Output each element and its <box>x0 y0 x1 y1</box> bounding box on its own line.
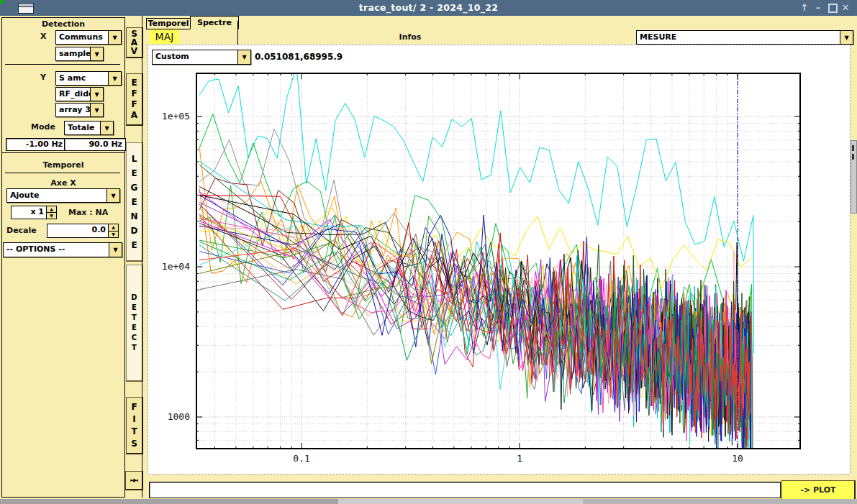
x-label: X <box>40 32 46 41</box>
spin-down-icon[interactable]: ▼ <box>47 213 56 219</box>
dropdown-arrow-icon[interactable]: ▼ <box>90 88 103 101</box>
dropdown-arrow-icon[interactable]: ▼ <box>106 189 119 202</box>
window-minimize-button[interactable]: – <box>812 0 825 16</box>
y-tick-label: 1e+05 <box>148 111 190 122</box>
window-body: Detection X Communs ▼ sample ▼ Y S amc ▼… <box>0 16 857 499</box>
pane-divider <box>142 16 142 498</box>
maximize-icon <box>828 4 838 13</box>
vtab-detect[interactable]: DETECT <box>126 265 143 382</box>
plot-canvas[interactable] <box>196 73 801 449</box>
tab-temporel[interactable]: Temporel <box>146 18 191 29</box>
y-array-select-value: array 3 <box>56 104 90 116</box>
vtab-fits[interactable]: FITS <box>126 397 143 454</box>
dropdown-arrow-icon[interactable]: ▼ <box>100 122 113 134</box>
minimize-icon: – <box>816 2 821 13</box>
dropdown-arrow-icon[interactable]: ▼ <box>109 243 122 257</box>
up-arrow-icon: ↑ <box>801 2 809 13</box>
spin-up-icon[interactable]: ▲ <box>47 206 56 213</box>
scale-stepper[interactable]: x 1 ▲▼ <box>11 206 57 219</box>
y-label: Y <box>40 73 46 82</box>
max-label: Max : NA <box>68 208 108 217</box>
temporel-panel: Temporel Axe X Ajoute ▼ x 1 ▲▼ Max : NA … <box>1 152 125 498</box>
freq-max-field[interactable]: 90.0 Hz <box>64 138 126 151</box>
signal-icon: ▸◆◂ <box>130 477 137 483</box>
cursor-readout: 0.051081,68995.9 <box>255 52 343 62</box>
titlebar: trace_tout/ 2 - 2024_10_22 ↑ – ✕ <box>0 0 857 16</box>
y-sub-select-value: RF_didq <box>56 88 90 101</box>
detection-panel-title: Detection <box>2 19 124 29</box>
axe-x-label: Axe X <box>2 178 124 188</box>
scale-preset-select[interactable]: Custom ▼ <box>152 50 251 65</box>
infos-label: Infos <box>374 32 446 42</box>
vtab-sav[interactable]: SAV <box>126 27 143 58</box>
scale-stepper-value: x 1 <box>12 206 46 219</box>
decale-stepper[interactable]: 0.0 ▲▼ <box>47 224 119 238</box>
maj-button[interactable]: MAJ <box>150 29 179 44</box>
signal-tool-button[interactable]: ▸◆◂ <box>125 471 143 490</box>
y-select-value: S amc <box>56 72 108 85</box>
window-title: trace_tout/ 2 - 2024_10_22 <box>0 0 857 16</box>
tab-spectre[interactable]: Spectre <box>190 16 239 29</box>
vtab-legende[interactable]: LEGENDE <box>126 142 143 262</box>
mesure-select[interactable]: MESURE ▼ <box>636 30 853 45</box>
mode-select[interactable]: Totale ▼ <box>64 121 114 135</box>
temporel-panel-title: Temporel <box>2 160 124 170</box>
command-entry[interactable] <box>149 482 781 498</box>
y-array-select[interactable]: array 3 ▼ <box>55 103 104 117</box>
spin-up-icon[interactable]: ▲ <box>109 224 118 232</box>
axe-x-select[interactable]: Ajoute ▼ <box>6 188 120 203</box>
dropdown-arrow-icon[interactable]: ▼ <box>108 31 121 44</box>
x-tick-label: 1 <box>505 453 534 464</box>
tab-frame-line <box>237 21 238 45</box>
scrollbar-thumb[interactable] <box>851 140 857 214</box>
x-select-value: Communs <box>56 31 108 44</box>
x-tick-label: 0.1 <box>287 453 316 464</box>
spectrum-plot[interactable]: 0.111010001e+041e+05 <box>196 73 801 449</box>
window-shade-button[interactable]: ↑ <box>798 0 811 16</box>
screen-artifact <box>0 0 3 4</box>
y-sub-select[interactable]: RF_didq ▼ <box>55 87 104 101</box>
y-select[interactable]: S amc ▼ <box>55 71 122 86</box>
x-tick-label: 10 <box>723 453 752 464</box>
separator <box>5 64 120 65</box>
freq-min-field[interactable]: -1.00 Hz <box>6 138 66 151</box>
y-tick-label: 1e+04 <box>148 261 190 272</box>
window-close-button[interactable]: ✕ <box>839 0 852 16</box>
x-sub-select-value: sample <box>56 47 90 60</box>
dropdown-arrow-icon[interactable]: ▼ <box>90 47 103 60</box>
mode-select-value: Totale <box>65 122 100 134</box>
window-maximize-button[interactable] <box>826 0 839 16</box>
scale-preset-value: Custom <box>153 50 237 64</box>
x-select[interactable]: Communs ▼ <box>55 30 122 45</box>
vtab-effa[interactable]: EFFA <box>126 73 143 126</box>
close-icon: ✕ <box>842 2 850 13</box>
decale-stepper-value: 0.0 <box>47 224 108 237</box>
options-select-value: -- OPTIONS -- <box>4 243 109 257</box>
mesure-select-value: MESURE <box>637 31 840 44</box>
mode-label: Mode <box>31 122 55 132</box>
separator <box>5 173 120 173</box>
plot-button[interactable]: -> PLOT <box>781 480 856 500</box>
dropdown-arrow-icon[interactable]: ▼ <box>840 31 853 44</box>
x-sub-select[interactable]: sample ▼ <box>55 47 104 61</box>
options-select[interactable]: -- OPTIONS -- ▼ <box>3 242 122 257</box>
dropdown-arrow-icon[interactable]: ▼ <box>108 72 121 85</box>
dropdown-arrow-icon[interactable]: ▼ <box>237 50 250 64</box>
dropdown-arrow-icon[interactable]: ▼ <box>90 104 103 116</box>
detection-panel: Detection X Communs ▼ sample ▼ Y S amc ▼… <box>1 17 125 154</box>
axe-x-select-value: Ajoute <box>7 189 106 202</box>
y-tick-label: 1000 <box>148 411 190 422</box>
spin-down-icon[interactable]: ▼ <box>109 232 118 238</box>
plot-page: Custom ▼ 0.051081,68995.9 0.111010001e+0… <box>148 45 851 475</box>
decale-label: Decale <box>6 226 37 235</box>
taskbar-strip <box>0 499 857 504</box>
